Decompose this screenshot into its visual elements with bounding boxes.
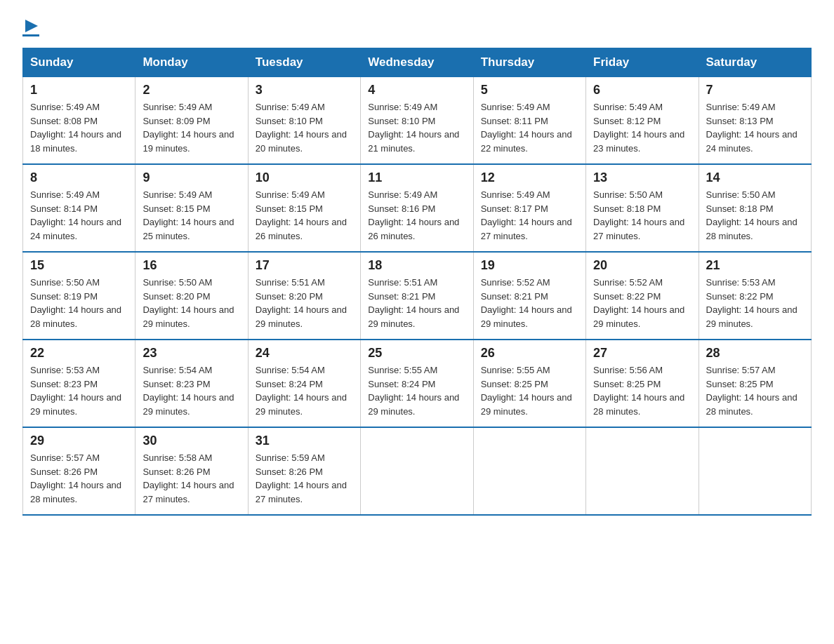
day-info: Sunrise: 5:56 AMSunset: 8:25 PMDaylight:…: [593, 363, 691, 418]
calendar-week-3: 15Sunrise: 5:50 AMSunset: 8:19 PMDayligh…: [23, 252, 812, 340]
calendar-day-24: 24Sunrise: 5:54 AMSunset: 8:24 PMDayligh…: [248, 340, 360, 427]
day-info: Sunrise: 5:49 AMSunset: 8:08 PMDaylight:…: [30, 100, 128, 155]
day-number: 18: [368, 258, 465, 273]
calendar-day-4: 4Sunrise: 5:49 AMSunset: 8:10 PMDaylight…: [361, 77, 473, 165]
day-info: Sunrise: 5:49 AMSunset: 8:10 PMDaylight:…: [368, 100, 465, 155]
day-info: Sunrise: 5:58 AMSunset: 8:26 PMDaylight:…: [143, 451, 240, 506]
day-info: Sunrise: 5:49 AMSunset: 8:17 PMDaylight:…: [481, 188, 578, 243]
calendar-day-6: 6Sunrise: 5:49 AMSunset: 8:12 PMDaylight…: [586, 77, 699, 165]
day-info: Sunrise: 5:54 AMSunset: 8:23 PMDaylight:…: [143, 363, 240, 418]
day-info: Sunrise: 5:49 AMSunset: 8:12 PMDaylight:…: [593, 100, 691, 155]
calendar-day-10: 10Sunrise: 5:49 AMSunset: 8:15 PMDayligh…: [248, 164, 360, 252]
day-info: Sunrise: 5:49 AMSunset: 8:15 PMDaylight:…: [256, 188, 353, 243]
day-info: Sunrise: 5:59 AMSunset: 8:26 PMDaylight:…: [256, 451, 353, 506]
day-number: 15: [30, 258, 128, 273]
weekday-header-saturday: Saturday: [699, 48, 811, 77]
empty-cell: [586, 427, 699, 515]
day-number: 19: [481, 258, 578, 273]
weekday-header-thursday: Thursday: [473, 48, 585, 77]
weekday-header-row: SundayMondayTuesdayWednesdayThursdayFrid…: [23, 48, 812, 77]
calendar-day-27: 27Sunrise: 5:56 AMSunset: 8:25 PMDayligh…: [586, 340, 699, 427]
calendar-day-30: 30Sunrise: 5:58 AMSunset: 8:26 PMDayligh…: [135, 427, 248, 515]
calendar-day-18: 18Sunrise: 5:51 AMSunset: 8:21 PMDayligh…: [361, 252, 473, 340]
empty-cell: [361, 427, 473, 515]
calendar-day-13: 13Sunrise: 5:50 AMSunset: 8:18 PMDayligh…: [586, 164, 699, 252]
calendar-day-14: 14Sunrise: 5:50 AMSunset: 8:18 PMDayligh…: [699, 164, 811, 252]
day-number: 17: [256, 258, 353, 273]
calendar-day-31: 31Sunrise: 5:59 AMSunset: 8:26 PMDayligh…: [248, 427, 360, 515]
day-info: Sunrise: 5:51 AMSunset: 8:21 PMDaylight:…: [368, 276, 465, 330]
calendar-day-16: 16Sunrise: 5:50 AMSunset: 8:20 PMDayligh…: [135, 252, 248, 340]
day-number: 12: [481, 170, 578, 185]
day-info: Sunrise: 5:50 AMSunset: 8:19 PMDaylight:…: [30, 276, 128, 330]
day-number: 31: [256, 434, 353, 448]
calendar-day-12: 12Sunrise: 5:49 AMSunset: 8:17 PMDayligh…: [473, 164, 585, 252]
calendar-day-23: 23Sunrise: 5:54 AMSunset: 8:23 PMDayligh…: [135, 340, 248, 427]
day-number: 9: [143, 170, 240, 185]
calendar-day-5: 5Sunrise: 5:49 AMSunset: 8:11 PMDaylight…: [473, 77, 585, 165]
day-number: 24: [256, 346, 353, 361]
logo: [22, 17, 39, 36]
calendar-day-25: 25Sunrise: 5:55 AMSunset: 8:24 PMDayligh…: [361, 340, 473, 427]
day-number: 25: [368, 346, 465, 361]
day-number: 4: [368, 83, 465, 98]
day-info: Sunrise: 5:49 AMSunset: 8:16 PMDaylight:…: [368, 188, 465, 243]
day-number: 30: [143, 434, 240, 448]
weekday-header-sunday: Sunday: [23, 48, 135, 77]
calendar-day-29: 29Sunrise: 5:57 AMSunset: 8:26 PMDayligh…: [23, 427, 135, 515]
calendar-day-11: 11Sunrise: 5:49 AMSunset: 8:16 PMDayligh…: [361, 164, 473, 252]
day-number: 2: [143, 83, 240, 98]
day-number: 26: [481, 346, 578, 361]
calendar-day-3: 3Sunrise: 5:49 AMSunset: 8:10 PMDaylight…: [248, 77, 360, 165]
weekday-header-friday: Friday: [586, 48, 699, 77]
day-info: Sunrise: 5:49 AMSunset: 8:11 PMDaylight:…: [481, 100, 578, 155]
day-number: 5: [481, 83, 578, 98]
page-header: [22, 17, 812, 36]
day-number: 7: [706, 83, 804, 98]
weekday-header-monday: Monday: [135, 48, 248, 77]
calendar-day-20: 20Sunrise: 5:52 AMSunset: 8:22 PMDayligh…: [586, 252, 699, 340]
day-info: Sunrise: 5:53 AMSunset: 8:23 PMDaylight:…: [30, 363, 128, 418]
day-info: Sunrise: 5:49 AMSunset: 8:10 PMDaylight:…: [256, 100, 353, 155]
calendar-day-7: 7Sunrise: 5:49 AMSunset: 8:13 PMDaylight…: [699, 77, 811, 165]
day-number: 13: [593, 170, 691, 185]
day-number: 28: [706, 346, 804, 361]
calendar-day-8: 8Sunrise: 5:49 AMSunset: 8:14 PMDaylight…: [23, 164, 135, 252]
day-info: Sunrise: 5:52 AMSunset: 8:21 PMDaylight:…: [481, 276, 578, 330]
weekday-header-wednesday: Wednesday: [361, 48, 473, 77]
calendar-week-2: 8Sunrise: 5:49 AMSunset: 8:14 PMDaylight…: [23, 164, 812, 252]
day-info: Sunrise: 5:49 AMSunset: 8:15 PMDaylight:…: [143, 188, 240, 243]
calendar-week-5: 29Sunrise: 5:57 AMSunset: 8:26 PMDayligh…: [23, 427, 812, 515]
day-number: 6: [593, 83, 691, 98]
day-info: Sunrise: 5:57 AMSunset: 8:26 PMDaylight:…: [30, 451, 128, 506]
calendar-day-1: 1Sunrise: 5:49 AMSunset: 8:08 PMDaylight…: [23, 77, 135, 165]
calendar-day-21: 21Sunrise: 5:53 AMSunset: 8:22 PMDayligh…: [699, 252, 811, 340]
day-info: Sunrise: 5:50 AMSunset: 8:20 PMDaylight:…: [143, 276, 240, 330]
day-info: Sunrise: 5:50 AMSunset: 8:18 PMDaylight:…: [706, 188, 804, 243]
day-info: Sunrise: 5:55 AMSunset: 8:25 PMDaylight:…: [481, 363, 578, 418]
logo-arrow-icon: [24, 18, 39, 34]
day-info: Sunrise: 5:50 AMSunset: 8:18 PMDaylight:…: [593, 188, 691, 243]
day-info: Sunrise: 5:49 AMSunset: 8:13 PMDaylight:…: [706, 100, 804, 155]
day-number: 22: [30, 346, 128, 361]
calendar-table: SundayMondayTuesdayWednesdayThursdayFrid…: [22, 48, 812, 516]
day-number: 14: [706, 170, 804, 185]
calendar-day-28: 28Sunrise: 5:57 AMSunset: 8:25 PMDayligh…: [699, 340, 811, 427]
day-number: 11: [368, 170, 465, 185]
calendar-day-17: 17Sunrise: 5:51 AMSunset: 8:20 PMDayligh…: [248, 252, 360, 340]
weekday-header-tuesday: Tuesday: [248, 48, 360, 77]
day-info: Sunrise: 5:49 AMSunset: 8:14 PMDaylight:…: [30, 188, 128, 243]
day-info: Sunrise: 5:54 AMSunset: 8:24 PMDaylight:…: [256, 363, 353, 418]
calendar-week-1: 1Sunrise: 5:49 AMSunset: 8:08 PMDaylight…: [23, 77, 812, 165]
day-number: 20: [593, 258, 691, 273]
calendar-day-2: 2Sunrise: 5:49 AMSunset: 8:09 PMDaylight…: [135, 77, 248, 165]
day-info: Sunrise: 5:57 AMSunset: 8:25 PMDaylight:…: [706, 363, 804, 418]
day-info: Sunrise: 5:53 AMSunset: 8:22 PMDaylight:…: [706, 276, 804, 330]
day-info: Sunrise: 5:52 AMSunset: 8:22 PMDaylight:…: [593, 276, 691, 330]
day-number: 10: [256, 170, 353, 185]
day-number: 29: [30, 434, 128, 448]
day-info: Sunrise: 5:49 AMSunset: 8:09 PMDaylight:…: [143, 100, 240, 155]
svg-marker-0: [25, 20, 38, 32]
calendar-day-26: 26Sunrise: 5:55 AMSunset: 8:25 PMDayligh…: [473, 340, 585, 427]
day-info: Sunrise: 5:55 AMSunset: 8:24 PMDaylight:…: [368, 363, 465, 418]
